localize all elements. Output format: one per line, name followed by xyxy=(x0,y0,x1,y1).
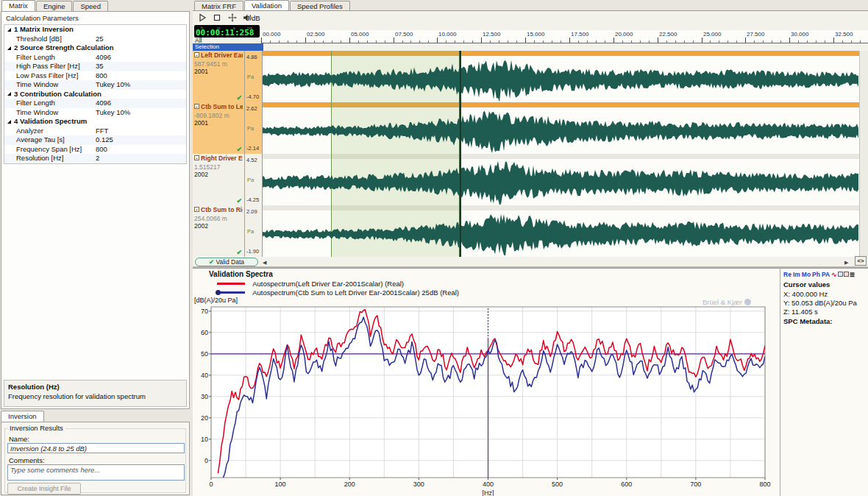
ruler-minor-tick xyxy=(499,40,499,43)
menu-icon[interactable]: ≣ xyxy=(850,271,855,278)
waveform-svg xyxy=(263,51,859,102)
ruler-major-tick xyxy=(394,38,394,43)
resize-handle-icon[interactable]: <> xyxy=(855,256,867,266)
parameter-value[interactable]: 0.125 xyxy=(96,135,186,145)
grid-red-icon[interactable] xyxy=(844,272,849,277)
parameter-value[interactable]: Tukey 10% xyxy=(96,80,186,90)
move-cursor-button[interactable] xyxy=(227,13,238,23)
create-insight-file-button[interactable]: Create Insight File xyxy=(7,483,81,495)
parameter-value[interactable]: 25 xyxy=(96,35,186,44)
parameter-row[interactable]: AnalyzerFFT xyxy=(4,127,186,136)
parameter-value[interactable]: 35 xyxy=(96,62,186,71)
parameter-value[interactable]: 2 xyxy=(96,154,186,163)
waveform-right-scroll-strip[interactable] xyxy=(859,51,868,257)
valid-data-badge[interactable]: ✔ Valid Data xyxy=(195,258,258,266)
time-ruler[interactable]: 00.00002.50005.00007.50010.00012.50015.0… xyxy=(261,30,868,43)
collapse-box-icon[interactable]: - xyxy=(194,207,199,212)
selection-row[interactable]: Selection xyxy=(193,43,263,51)
collapse-triangle-icon[interactable] xyxy=(7,46,11,50)
channel-label-box[interactable]: -Ctb Sum to Left Drive-809.1802 m2001✔ xyxy=(193,102,245,154)
ruler-minor-tick xyxy=(428,40,429,43)
parameter-value[interactable]: 800 xyxy=(96,145,186,155)
spectrum-format-icons[interactable]: ReImMoPhPA∿≣ xyxy=(783,270,855,278)
parameter-value[interactable]: 800 xyxy=(96,71,186,81)
inversion-name-field[interactable]: Inversion (24.8 to 25 dB) xyxy=(7,443,185,453)
collapse-triangle-icon[interactable] xyxy=(7,92,11,96)
check-icon: ✔ xyxy=(209,258,214,266)
ruler-major-tick xyxy=(613,38,614,43)
svg-text:30: 30 xyxy=(201,393,208,400)
parameter-row[interactable]: Time WindowTukey 10% xyxy=(4,108,186,118)
channel-waveform-plot[interactable] xyxy=(263,205,859,257)
channel-label-box[interactable]: -Ctb Sum to Right Driv254.0066 m2002✔ xyxy=(193,205,245,257)
collapse-box-icon[interactable]: - xyxy=(194,155,199,160)
wave-icon[interactable]: ∿ xyxy=(831,271,837,278)
ruler-minor-tick xyxy=(490,40,491,43)
tab-speed[interactable]: Speed xyxy=(73,1,107,11)
axis-unit: Pa xyxy=(247,228,254,235)
parameter-row[interactable]: High Pass Filter [Hz]35 xyxy=(4,62,186,71)
channel-waveform-plot[interactable] xyxy=(263,51,859,102)
svg-text:300: 300 xyxy=(413,481,424,488)
play-button[interactable] xyxy=(196,13,207,23)
collapse-box-icon[interactable]: - xyxy=(194,104,199,109)
ruler-minor-tick xyxy=(402,40,403,43)
tab-validation[interactable]: Validation xyxy=(244,0,289,11)
collapse-triangle-icon[interactable] xyxy=(7,28,11,32)
channel-label-box[interactable]: -Right Driver Ear :1.5152172002✔ xyxy=(193,154,245,205)
stop-button[interactable] xyxy=(212,13,223,23)
ruler-minor-tick xyxy=(385,40,385,43)
spectra-chart[interactable]: 0102030405060700100200300400500600700800… xyxy=(193,295,780,496)
grid-icon[interactable] xyxy=(838,272,843,277)
tab-matrix-frf[interactable]: Matrix FRF xyxy=(194,1,243,11)
parameter-name: Analyzer xyxy=(4,127,96,136)
channel-title: -Ctb Sum to Right Driv xyxy=(194,206,243,213)
ruler-minor-tick xyxy=(516,40,517,43)
ruler-minor-tick xyxy=(587,40,588,43)
channel-label-box[interactable]: -Left Driver Ear :587.9451 m2001✔ xyxy=(193,51,245,102)
tab-inversion[interactable]: Inversion xyxy=(1,411,44,422)
channel-value: 254.0066 m xyxy=(194,215,243,222)
parameter-description-title: Resolution (Hz) xyxy=(8,383,60,391)
scroll-left-arrow-icon[interactable]: ◀ xyxy=(263,260,266,266)
parameter-row[interactable]: Filter Length4096 xyxy=(4,99,186,108)
svg-text:400: 400 xyxy=(483,481,494,488)
parameter-group-row[interactable]: 1 Matrix Inversion xyxy=(4,25,186,35)
tab-speed-profiles[interactable]: Speed Profiles xyxy=(290,1,350,11)
parameter-grid[interactable]: 1 Matrix InversionThreshold [dB]252 Sour… xyxy=(4,24,187,164)
parameter-value[interactable]: 4096 xyxy=(96,53,186,63)
time-cursor-line[interactable] xyxy=(460,51,461,257)
parameter-row[interactable]: Time WindowTukey 10% xyxy=(4,80,186,90)
ruler-label: 10.000 xyxy=(438,31,456,38)
channel-waveform-plot[interactable] xyxy=(263,102,859,154)
parameter-value[interactable]: FFT xyxy=(96,127,186,136)
ruler-label: 07.500 xyxy=(395,31,413,38)
parameter-value[interactable]: 4096 xyxy=(96,99,186,108)
ruler-minor-tick xyxy=(367,40,368,43)
axis-min: -4.70 xyxy=(246,93,259,100)
parameter-row[interactable]: Average Tau [s]0.125 xyxy=(4,135,186,145)
parameter-group-row[interactable]: 4 Validation Spectrum xyxy=(4,117,186,127)
parameter-group-row[interactable]: 2 Source Strength Calculation xyxy=(4,43,186,53)
ruler-label: 05.000 xyxy=(351,31,369,38)
scroll-right-arrow-icon[interactable]: ▶ xyxy=(844,260,848,266)
tab-engine[interactable]: Engine xyxy=(36,1,73,11)
axis-unit: Pa xyxy=(247,125,254,132)
channel-waveform-plot[interactable] xyxy=(263,154,859,205)
ruler-minor-tick xyxy=(728,40,728,43)
parameter-row[interactable]: Filter Length4096 xyxy=(4,53,186,63)
ruler-minor-tick xyxy=(288,40,288,43)
collapse-box-icon[interactable]: - xyxy=(194,52,199,57)
parameter-row[interactable]: Threshold [dB]25 xyxy=(4,35,186,44)
parameter-row[interactable]: Low Pass Filter [Hz]800 xyxy=(4,71,186,81)
ruler-major-tick xyxy=(569,38,570,43)
parameter-row[interactable]: Frequency Span [Hz]800 xyxy=(4,145,186,155)
parameter-row[interactable]: Resolution [Hz]2 xyxy=(4,154,186,163)
ruler-minor-tick xyxy=(296,40,297,43)
comments-field[interactable]: Type some comments here... xyxy=(7,464,185,481)
parameter-value[interactable]: Tukey 10% xyxy=(96,108,186,118)
ruler-label: 20.000 xyxy=(615,31,633,38)
parameter-group-row[interactable]: 3 Contribution Calculation xyxy=(4,90,186,99)
tab-matrix[interactable]: Matrix xyxy=(1,0,35,11)
collapse-triangle-icon[interactable] xyxy=(7,120,11,124)
